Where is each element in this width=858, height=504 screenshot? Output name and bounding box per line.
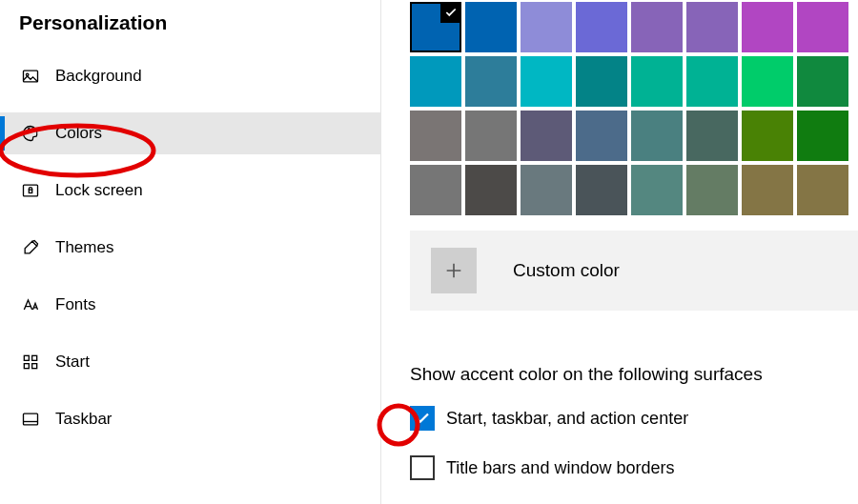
color-swatch[interactable] <box>631 165 683 215</box>
svg-point-2 <box>26 131 28 133</box>
swatch-row <box>410 165 858 215</box>
sidebar-item-background[interactable]: Background <box>0 55 380 97</box>
check-icon <box>440 2 461 23</box>
custom-color-row[interactable]: Custom color <box>410 231 858 311</box>
color-swatch[interactable] <box>797 111 848 161</box>
color-swatch[interactable] <box>521 165 572 215</box>
color-swatch[interactable] <box>521 56 572 107</box>
surface-option-label: Title bars and window borders <box>446 458 674 478</box>
font-icon <box>21 295 40 314</box>
lock-screen-icon <box>21 181 40 200</box>
color-swatch[interactable] <box>465 2 517 52</box>
sidebar-title: Personalization <box>0 11 380 55</box>
sidebar-item-start[interactable]: Start <box>0 341 380 383</box>
color-swatch[interactable] <box>797 56 848 107</box>
sidebar-item-lock-screen[interactable]: Lock screen <box>0 170 380 212</box>
color-swatch[interactable] <box>742 111 793 161</box>
sidebar-item-label: Themes <box>55 238 113 257</box>
sidebar-item-taskbar[interactable]: Taskbar <box>0 398 380 440</box>
color-swatch[interactable] <box>686 2 738 52</box>
sidebar-item-label: Start <box>55 353 90 372</box>
swatch-row <box>410 111 858 161</box>
sidebar-item-label: Lock screen <box>55 181 143 200</box>
start-grid-icon <box>21 353 40 372</box>
swatch-row <box>410 56 858 107</box>
color-swatch[interactable] <box>742 56 793 107</box>
svg-point-3 <box>29 129 31 131</box>
color-swatch[interactable] <box>797 165 848 215</box>
plus-icon <box>431 248 477 293</box>
surfaces-heading: Show accent color on the following surfa… <box>410 364 858 385</box>
surface-option-title-bars[interactable]: Title bars and window borders <box>410 455 858 480</box>
sidebar-nav-list: Background Colors Lock screen Themes <box>0 55 380 440</box>
color-swatch[interactable] <box>686 56 738 107</box>
paintbrush-icon <box>21 238 40 257</box>
color-swatch[interactable] <box>576 165 627 215</box>
color-swatch[interactable] <box>742 165 793 215</box>
color-swatch[interactable] <box>797 2 848 52</box>
svg-rect-10 <box>32 364 37 369</box>
color-swatch[interactable] <box>521 111 572 161</box>
svg-rect-9 <box>24 364 29 369</box>
color-swatch[interactable] <box>410 165 461 215</box>
colors-main-pane: Custom color Show accent color on the fo… <box>381 0 858 504</box>
accent-color-grid <box>410 0 858 215</box>
svg-rect-7 <box>24 355 29 360</box>
color-swatch[interactable] <box>465 165 517 215</box>
color-swatch[interactable] <box>686 111 738 161</box>
color-swatch[interactable] <box>465 111 517 161</box>
svg-rect-6 <box>29 190 31 192</box>
checkbox-start-taskbar[interactable] <box>410 406 435 431</box>
sidebar-item-colors[interactable]: Colors <box>0 112 380 154</box>
color-swatch[interactable] <box>576 56 627 107</box>
sidebar-item-label: Colors <box>55 124 102 143</box>
svg-rect-8 <box>32 355 37 360</box>
color-swatch[interactable] <box>465 56 517 107</box>
color-swatch[interactable] <box>521 2 572 52</box>
color-swatch[interactable] <box>576 111 627 161</box>
settings-sidebar: Personalization Background Colors Lock s… <box>0 0 381 504</box>
color-swatch[interactable] <box>410 56 461 107</box>
color-swatch[interactable] <box>631 2 683 52</box>
svg-point-4 <box>31 129 33 131</box>
picture-icon <box>21 67 40 86</box>
color-swatch[interactable] <box>631 56 683 107</box>
sidebar-item-label: Taskbar <box>55 410 112 429</box>
sidebar-item-label: Background <box>55 67 142 86</box>
color-swatch[interactable] <box>631 111 683 161</box>
sidebar-item-label: Fonts <box>55 295 96 314</box>
taskbar-icon <box>21 410 40 429</box>
sidebar-item-fonts[interactable]: Fonts <box>0 284 380 326</box>
color-swatch[interactable] <box>410 111 461 161</box>
surface-option-label: Start, taskbar, and action center <box>446 409 688 429</box>
swatch-row <box>410 2 858 52</box>
sidebar-item-themes[interactable]: Themes <box>0 227 380 269</box>
color-swatch[interactable] <box>686 165 738 215</box>
palette-icon <box>21 124 40 143</box>
color-swatch[interactable] <box>410 2 461 52</box>
custom-color-label: Custom color <box>513 260 620 281</box>
color-swatch[interactable] <box>742 2 793 52</box>
svg-rect-11 <box>24 413 38 425</box>
color-swatch[interactable] <box>576 2 627 52</box>
checkbox-title-bars[interactable] <box>410 455 435 480</box>
surface-option-start-taskbar[interactable]: Start, taskbar, and action center <box>410 406 858 431</box>
svg-rect-5 <box>24 185 38 196</box>
